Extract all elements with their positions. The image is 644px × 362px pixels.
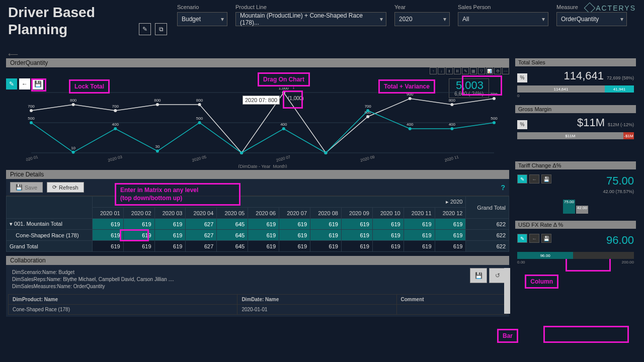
collab-table[interactable]: DimProduct: NameDimDate: NameCommentCone… bbox=[8, 294, 507, 315]
svg-point-6 bbox=[30, 109, 33, 112]
svg-text:400: 400 bbox=[112, 122, 119, 127]
scenario-select[interactable]: Budget bbox=[177, 12, 227, 26]
tooltip-series2: (1,000) bbox=[288, 96, 304, 101]
svg-text:(DimDate - Year_Month): (DimDate - Year_Month) bbox=[238, 164, 287, 168]
chart-title: OrderQuantity bbox=[6, 58, 509, 67]
product-label: Product Line bbox=[235, 4, 386, 10]
svg-text:2020 01: 2020 01 bbox=[26, 154, 39, 162]
svg-text:400: 400 bbox=[407, 122, 414, 127]
chart-edit-button[interactable]: ✎ bbox=[6, 78, 17, 89]
svg-point-48 bbox=[493, 121, 496, 124]
kpi-tariff-title: Tariff Change Δ% bbox=[515, 161, 636, 169]
brand-text: ACTERYS bbox=[596, 4, 636, 12]
tb-filter-icon[interactable]: ▽ bbox=[478, 67, 485, 74]
svg-text:500: 500 bbox=[491, 116, 498, 121]
tb-bar2-icon[interactable]: ⫼ bbox=[454, 67, 461, 74]
edit-icon[interactable]: ✎ bbox=[139, 23, 151, 35]
svg-point-8 bbox=[72, 103, 75, 106]
tariff-col-a: 75.00 bbox=[563, 200, 575, 214]
matrix-title: Price Details bbox=[6, 170, 509, 179]
svg-text:2020 09: 2020 09 bbox=[360, 154, 375, 162]
svg-point-32 bbox=[114, 127, 117, 130]
svg-text:1,000: 1,000 bbox=[279, 87, 289, 90]
collab-save-icon[interactable]: 💾 bbox=[470, 268, 487, 283]
svg-point-41 bbox=[324, 151, 327, 154]
svg-text:800: 800 bbox=[196, 98, 203, 103]
gm-value: $11M bbox=[577, 116, 605, 129]
collab-undo-icon[interactable]: ↺ bbox=[489, 268, 506, 283]
tariff-back-icon[interactable]: ← bbox=[529, 174, 539, 184]
total-sales-sub: 72,699 (58%) bbox=[607, 75, 634, 80]
back-arrow-icon[interactable]: ⟵ bbox=[8, 50, 18, 58]
tariff-value: 75.00 bbox=[606, 174, 634, 188]
chart-tooltip: 2020 07: 800 bbox=[243, 96, 280, 105]
tb-down-icon[interactable]: ↓ bbox=[438, 67, 445, 74]
annot-column: Column bbox=[525, 275, 558, 289]
year-select[interactable]: 2020 bbox=[394, 12, 450, 26]
tb-up-icon[interactable]: ↑ bbox=[430, 67, 437, 74]
price-matrix[interactable]: ▸ 2020Grand Total2020 012020 022020 0320… bbox=[6, 196, 509, 252]
kpi-fx-title: USD FX Rate Δ % bbox=[515, 221, 636, 229]
svg-point-12 bbox=[156, 103, 159, 106]
svg-text:800: 800 bbox=[154, 98, 161, 103]
svg-point-14 bbox=[198, 103, 201, 106]
year-label: Year bbox=[394, 4, 450, 10]
svg-point-46 bbox=[450, 127, 453, 130]
svg-point-24 bbox=[450, 103, 453, 106]
svg-text:800: 800 bbox=[449, 98, 456, 103]
svg-text:700: 700 bbox=[28, 104, 35, 109]
tb-bar-icon[interactable]: ⫿ bbox=[446, 67, 453, 74]
svg-text:2020 11: 2020 11 bbox=[444, 154, 460, 162]
svg-text:2020 05: 2020 05 bbox=[192, 154, 207, 162]
tb-gear-icon[interactable]: ⚙ bbox=[494, 67, 501, 74]
svg-point-20 bbox=[366, 115, 369, 118]
fx-save-icon[interactable]: 💾 bbox=[541, 234, 551, 243]
gm-sub: $12M (-12%) bbox=[608, 122, 634, 127]
tb-chart-icon[interactable]: 📊 bbox=[486, 67, 493, 74]
tariff-edit-icon[interactable]: ✎ bbox=[517, 174, 527, 184]
scrollbar[interactable] bbox=[504, 268, 510, 314]
salesperson-label: Sales Person bbox=[458, 4, 548, 10]
chart-toolbar: ↑ ↓ ⫿ ⫼ ✎ ▦ ▽ 📊 ⚙ ⋯ bbox=[430, 67, 509, 74]
tb-edit-icon[interactable]: ✎ bbox=[462, 67, 469, 74]
svg-point-38 bbox=[240, 151, 243, 154]
page-title: Driver BasedPlanning bbox=[8, 4, 139, 38]
annot-bar: Bar bbox=[497, 329, 518, 343]
svg-text:700: 700 bbox=[112, 104, 119, 109]
svg-point-26 bbox=[493, 97, 496, 100]
svg-point-44 bbox=[409, 127, 412, 130]
annot-drag: Drag On Chart bbox=[258, 72, 310, 86]
scenario-label: Scenario bbox=[177, 4, 227, 10]
brand-logo: ACTERYS bbox=[586, 4, 636, 12]
collab-title: Collaboration bbox=[6, 256, 509, 265]
svg-point-34 bbox=[156, 149, 159, 152]
fx-back-icon[interactable]: ← bbox=[529, 234, 539, 243]
help-icon[interactable]: ? bbox=[501, 184, 505, 192]
tb-grid-icon[interactable]: ▦ bbox=[470, 67, 477, 74]
save-button[interactable]: 💾 Save bbox=[10, 182, 43, 193]
kpi-gm-title: Gross Margin bbox=[515, 105, 636, 113]
annot-bar-box bbox=[543, 326, 629, 343]
copy-icon[interactable]: ⧉ bbox=[155, 23, 167, 35]
svg-text:2020 07: 2020 07 bbox=[276, 154, 291, 162]
svg-point-39 bbox=[282, 127, 285, 130]
svg-text:10: 10 bbox=[71, 146, 75, 150]
product-select[interactable]: Mountain (ProductLine) + Cone-Shaped Rac… bbox=[235, 12, 386, 26]
svg-text:400: 400 bbox=[449, 122, 456, 127]
svg-text:800: 800 bbox=[70, 98, 77, 103]
fx-edit-icon[interactable]: ✎ bbox=[517, 234, 527, 243]
pct-toggle-gm[interactable]: % bbox=[517, 120, 527, 129]
svg-text:500: 500 bbox=[196, 116, 203, 121]
pct-toggle[interactable]: % bbox=[517, 73, 527, 82]
measure-select[interactable]: OrderQuantity bbox=[556, 12, 627, 26]
line-chart[interactable]: ↑ ↓ ⫿ ⫼ ✎ ▦ ▽ 📊 ⚙ ⋯ ✎ ← 💾 5,003 6,600 (-… bbox=[6, 67, 509, 168]
svg-point-28 bbox=[30, 121, 33, 124]
tariff-save-icon[interactable]: 💾 bbox=[541, 174, 551, 184]
refresh-button[interactable]: ⟳ Refresh bbox=[47, 182, 84, 193]
tb-more-icon[interactable]: ⋯ bbox=[502, 67, 509, 74]
svg-text:400: 400 bbox=[280, 122, 287, 127]
svg-text:30: 30 bbox=[155, 144, 159, 149]
svg-text:900: 900 bbox=[407, 92, 414, 97]
salesperson-select[interactable]: All bbox=[458, 12, 548, 26]
svg-text:900: 900 bbox=[491, 92, 498, 97]
